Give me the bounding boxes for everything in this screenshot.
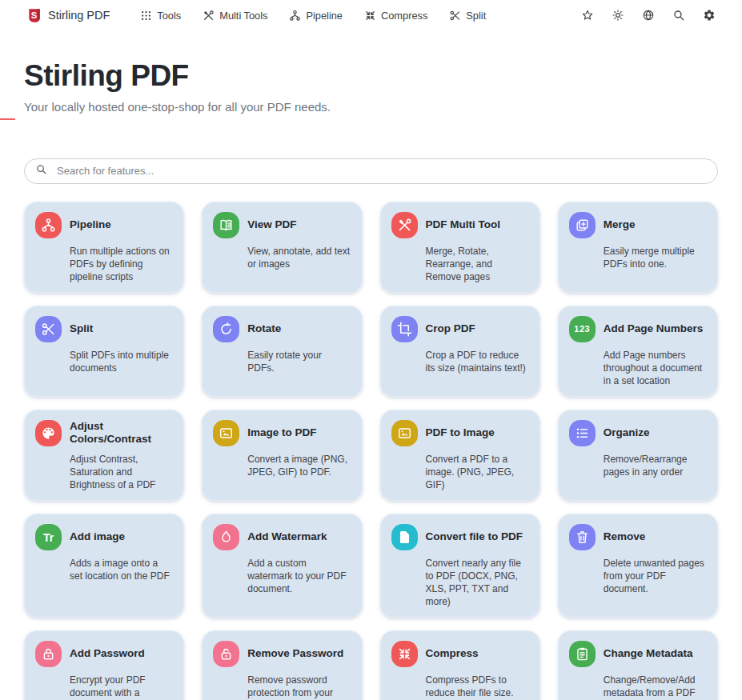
card-add-password[interactable]: Add Password Encrypt your PDF document w… (24, 630, 184, 700)
card-pdf-multi-tool[interactable]: PDF Multi Tool Merge, Rotate, Rearrange,… (380, 202, 540, 293)
crop-icon (391, 316, 418, 342)
card-pipeline[interactable]: Pipeline Run multiple actions on PDFs by… (24, 202, 184, 293)
globe-icon (642, 9, 655, 22)
image-icon (391, 420, 418, 446)
accent-mark (0, 118, 15, 120)
text-format-icon: Tr (35, 524, 62, 550)
nav-item-compress[interactable]: Compress (364, 10, 427, 22)
merge-icon (569, 212, 596, 238)
hammer-wrench-icon (203, 10, 215, 22)
card-rotate[interactable]: Rotate Easily rotate your PDFs. (202, 306, 362, 397)
brand-name: Stirling PDF (48, 9, 110, 22)
nav-item-split[interactable]: Split (449, 10, 486, 22)
card-organize[interactable]: Organize Remove/Rearrange pages in any o… (558, 410, 718, 502)
scissors-icon (449, 10, 461, 22)
page-numbers-icon: 123 (569, 316, 596, 342)
svg-text:S: S (31, 10, 38, 19)
nav-item-pipeline[interactable]: Pipeline (289, 10, 343, 22)
brand[interactable]: S Stirling PDF (26, 7, 110, 24)
pipeline-icon (35, 212, 62, 238)
card-crop-pdf[interactable]: Crop PDF Crop a PDF to reduce its size (… (380, 306, 540, 397)
theme-toggle-button[interactable] (612, 9, 624, 22)
search-button[interactable] (672, 9, 685, 22)
compress-icon (391, 641, 418, 667)
book-open-icon (213, 212, 239, 238)
stirling-logo-icon: S (26, 7, 42, 24)
sun-icon (612, 9, 624, 22)
scissors-icon (35, 316, 62, 342)
feature-search (24, 158, 718, 184)
card-change-metadata[interactable]: Change Metadata Change/Remove/Add metada… (558, 630, 718, 700)
card-remove[interactable]: Remove Delete unwanted pages from your P… (558, 514, 718, 618)
hero: Stirling PDF Your locally hosted one-sto… (0, 59, 742, 114)
card-merge[interactable]: Merge Easily merge multiple PDFs into on… (558, 202, 718, 293)
card-view-pdf[interactable]: View PDF View, annotate, add text or ima… (202, 202, 362, 293)
card-split[interactable]: Split Split PDFs into multiple documents (24, 306, 184, 397)
search-icon (35, 163, 47, 178)
search-input[interactable] (55, 164, 707, 178)
card-add-image[interactable]: Tr Add image Adds a image onto a set loc… (24, 514, 184, 618)
card-add-watermark[interactable]: Add Watermark Add a custom watermark to … (202, 514, 362, 618)
language-button[interactable] (642, 9, 655, 22)
star-icon (581, 9, 594, 22)
page-title: Stirling PDF (24, 59, 718, 94)
feature-grid: Pipeline Run multiple actions on PDFs by… (24, 202, 718, 700)
favourites-button[interactable] (581, 9, 594, 22)
palette-icon (35, 420, 62, 446)
nav-actions (581, 9, 716, 22)
card-compress[interactable]: Compress Compress PDFs to reduce their f… (380, 630, 540, 700)
pipeline-icon (289, 10, 301, 22)
image-icon (213, 420, 239, 446)
trash-icon (569, 524, 596, 550)
compress-icon (364, 10, 376, 22)
nav-item-tools[interactable]: Tools (140, 10, 181, 22)
settings-button[interactable] (703, 9, 716, 22)
lock-open-icon (213, 641, 239, 667)
gear-icon (703, 9, 716, 22)
list-icon (569, 420, 596, 446)
card-add-page-numbers[interactable]: 123 Add Page Numbers Add Page numbers th… (558, 306, 718, 397)
navbar: S Stirling PDF Tools Multi Tools Pipelin… (0, 0, 742, 29)
droplet-icon (213, 524, 239, 550)
card-pdf-to-image[interactable]: PDF to Image Convert a PDF to a image. (… (380, 410, 540, 502)
search-icon (672, 9, 685, 22)
rotate-icon (213, 316, 239, 342)
nav-item-multi-tools[interactable]: Multi Tools (203, 10, 267, 22)
lock-icon (35, 641, 62, 667)
card-remove-password[interactable]: Remove Password Remove password protecti… (202, 630, 362, 700)
clipboard-icon (569, 641, 596, 667)
hammer-wrench-icon (391, 212, 418, 238)
nav-menu: Tools Multi Tools Pipeline Compress Spli… (140, 10, 486, 22)
page-subtitle: Your locally hosted one-stop-shop for al… (24, 100, 718, 114)
card-image-to-pdf[interactable]: Image to PDF Convert a image (PNG, JPEG,… (202, 410, 362, 502)
card-adjust-colors-contrast[interactable]: Adjust Colors/Contrast Adjust Contrast, … (24, 410, 184, 502)
card-convert-file-to-pdf[interactable]: Convert file to PDF Convert nearly any f… (380, 514, 540, 618)
apps-grid-icon (140, 10, 152, 22)
file-icon (391, 524, 418, 550)
